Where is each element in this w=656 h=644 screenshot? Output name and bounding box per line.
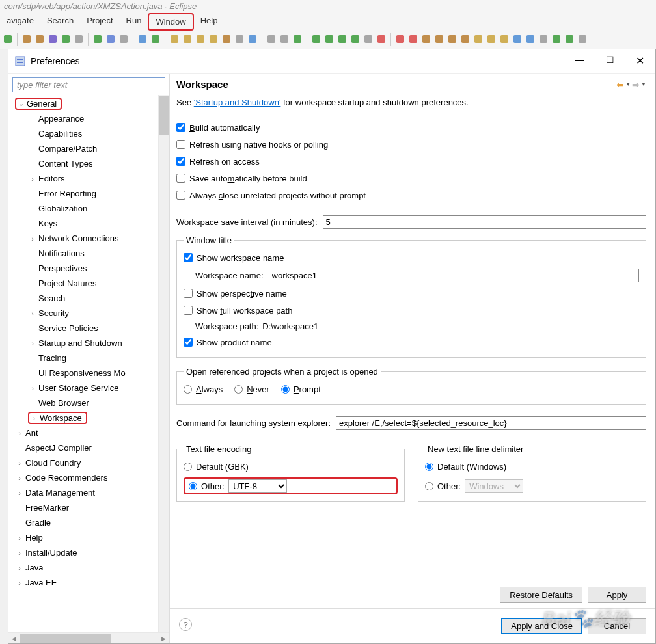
- build-automatically-checkbox[interactable]: [176, 123, 185, 132]
- chevron-down-icon[interactable]: ⌄: [16, 100, 25, 108]
- toolbar-icon-11[interactable]: [169, 34, 180, 44]
- chevron-right-icon[interactable]: ›: [28, 384, 37, 392]
- restore-defaults-button[interactable]: Restore Defaults: [500, 587, 582, 603]
- refresh-access-checkbox[interactable]: [176, 157, 185, 166]
- toolbar-icon-33[interactable]: [473, 34, 484, 44]
- toolbar-icon-20[interactable]: [292, 34, 303, 44]
- chevron-right-icon[interactable]: ›: [15, 429, 24, 437]
- tree-item-freemarker[interactable]: FreeMarker: [11, 500, 169, 515]
- toolbar-icon-18[interactable]: [266, 34, 277, 44]
- toolbar-icon-37[interactable]: [525, 34, 536, 44]
- close-button[interactable]: ✕: [631, 55, 649, 67]
- toolbar-icon-2[interactable]: [34, 34, 45, 44]
- toolbar-icon-23[interactable]: [337, 34, 348, 44]
- tree-item-notifications[interactable]: Notifications: [11, 246, 169, 261]
- maximize-button[interactable]: ☐: [601, 55, 619, 67]
- tree-item-general[interactable]: ⌄General: [11, 96, 169, 111]
- openref-never-radio[interactable]: [234, 385, 243, 394]
- encoding-other-radio[interactable]: [189, 482, 197, 490]
- toolbar-icon-39[interactable]: [551, 34, 562, 44]
- encoding-other-select[interactable]: UTF-8: [228, 479, 287, 493]
- tree-item-web-browser[interactable]: Web Browser: [11, 396, 169, 410]
- tree-item-appearance[interactable]: Appearance: [11, 111, 169, 126]
- tree-horizontal-scrollbar[interactable]: ◀ ▶: [8, 632, 169, 643]
- toolbar-icon-24[interactable]: [350, 34, 361, 44]
- tree-item-tracing[interactable]: Tracing: [11, 351, 169, 366]
- chevron-right-icon[interactable]: ›: [28, 175, 37, 183]
- tree-item-java[interactable]: ›Java: [11, 560, 169, 575]
- tree-item-aspectj-compiler[interactable]: AspectJ Compiler: [11, 440, 169, 455]
- help-icon[interactable]: ?: [179, 618, 192, 631]
- toolbar-icon-7[interactable]: [105, 34, 116, 44]
- nav-forward-icon[interactable]: ➡: [632, 79, 640, 90]
- openref-prompt-radio[interactable]: [281, 385, 290, 394]
- apply-button[interactable]: Apply: [588, 587, 646, 603]
- toolbar-icon-9[interactable]: [137, 34, 148, 44]
- toolbar-icon-31[interactable]: [447, 34, 458, 44]
- tree-item-gradle[interactable]: Gradle: [11, 515, 169, 530]
- show-product-checkbox[interactable]: [184, 338, 193, 347]
- toolbar-icon-34[interactable]: [486, 34, 497, 44]
- tree-item-startup-and-shutdown[interactable]: ›Startup and Shutdown: [11, 336, 169, 351]
- tree-item-search[interactable]: Search: [11, 291, 169, 306]
- toolbar-icon-41[interactable]: [577, 34, 588, 44]
- toolbar-icon-27[interactable]: [395, 34, 405, 44]
- menu-project[interactable]: Project: [80, 13, 119, 31]
- minimize-button[interactable]: —: [571, 55, 589, 67]
- toolbar-icon-32[interactable]: [460, 34, 471, 44]
- tree-item-cloud-foundry[interactable]: ›Cloud Foundry: [11, 455, 169, 470]
- tree-item-workspace[interactable]: ›Workspace: [11, 410, 169, 425]
- toolbar-icon-35[interactable]: [499, 34, 510, 44]
- toolbar-icon-0[interactable]: [3, 34, 13, 44]
- chevron-right-icon[interactable]: ›: [15, 459, 24, 467]
- tree-item-compare-patch[interactable]: Compare/Patch: [11, 141, 169, 156]
- tree-item-ant[interactable]: ›Ant: [11, 425, 169, 440]
- chevron-right-icon[interactable]: ›: [29, 414, 38, 422]
- tree-item-perspectives[interactable]: Perspectives: [11, 261, 169, 276]
- tree-item-service-policies[interactable]: Service Policies: [11, 321, 169, 336]
- toolbar-icon-8[interactable]: [118, 34, 129, 44]
- toolbar-icon-36[interactable]: [512, 34, 523, 44]
- chevron-right-icon[interactable]: ›: [28, 340, 37, 347]
- save-before-build-checkbox[interactable]: [176, 174, 185, 183]
- tree-item-java-ee[interactable]: ›Java EE: [11, 575, 169, 590]
- toolbar-icon-29[interactable]: [421, 34, 431, 44]
- cancel-button[interactable]: Cancel: [588, 618, 646, 634]
- menu-search[interactable]: Search: [40, 13, 80, 31]
- toolbar-icon-5[interactable]: [74, 34, 84, 44]
- tree-item-network-connections[interactable]: ›Network Connections: [11, 231, 169, 246]
- tree-item-error-reporting[interactable]: Error Reporting: [11, 186, 169, 201]
- tree-item-capabilities[interactable]: Capabilities: [11, 126, 169, 141]
- toolbar-icon-28[interactable]: [408, 34, 418, 44]
- chevron-right-icon[interactable]: ›: [28, 235, 37, 243]
- ws-name-input[interactable]: [269, 269, 639, 282]
- toolbar-icon-1[interactable]: [21, 34, 32, 44]
- tree-item-ui-responsiveness-mo[interactable]: UI Responsiveness Mo: [11, 366, 169, 381]
- tree-vertical-scrollbar[interactable]: [158, 95, 169, 632]
- toolbar-icon-3[interactable]: [48, 34, 58, 44]
- startup-shutdown-link[interactable]: 'Startup and Shutdown': [194, 98, 281, 107]
- tree-item-install-update[interactable]: ›Install/Update: [11, 545, 169, 560]
- chevron-right-icon[interactable]: ›: [15, 489, 24, 497]
- preferences-tree[interactable]: ⌄GeneralAppearanceCapabilitiesCompare/Pa…: [8, 95, 169, 591]
- close-unrelated-checkbox[interactable]: [176, 191, 185, 200]
- chevron-right-icon[interactable]: ›: [28, 310, 37, 317]
- toolbar-icon-6[interactable]: [92, 34, 103, 44]
- toolbar-icon-4[interactable]: [61, 34, 71, 44]
- save-interval-input[interactable]: [323, 215, 646, 229]
- show-ws-name-checkbox[interactable]: [184, 253, 193, 262]
- toolbar-icon-40[interactable]: [564, 34, 575, 44]
- delimiter-other-select[interactable]: Windows: [465, 479, 523, 493]
- tree-item-help[interactable]: ›Help: [11, 530, 169, 545]
- tree-item-content-types[interactable]: Content Types: [11, 156, 169, 171]
- apply-and-close-button[interactable]: Apply and Close: [501, 618, 582, 634]
- nav-back-menu-icon[interactable]: ▼: [625, 81, 631, 87]
- chevron-right-icon[interactable]: ›: [15, 549, 24, 557]
- encoding-default-radio[interactable]: [184, 463, 192, 471]
- toolbar-icon-38[interactable]: [538, 34, 549, 44]
- toolbar-icon-25[interactable]: [363, 34, 374, 44]
- show-perspective-checkbox[interactable]: [184, 289, 193, 298]
- toolbar-icon-16[interactable]: [234, 34, 245, 44]
- toolbar-icon-15[interactable]: [221, 34, 232, 44]
- chevron-right-icon[interactable]: ›: [15, 474, 24, 482]
